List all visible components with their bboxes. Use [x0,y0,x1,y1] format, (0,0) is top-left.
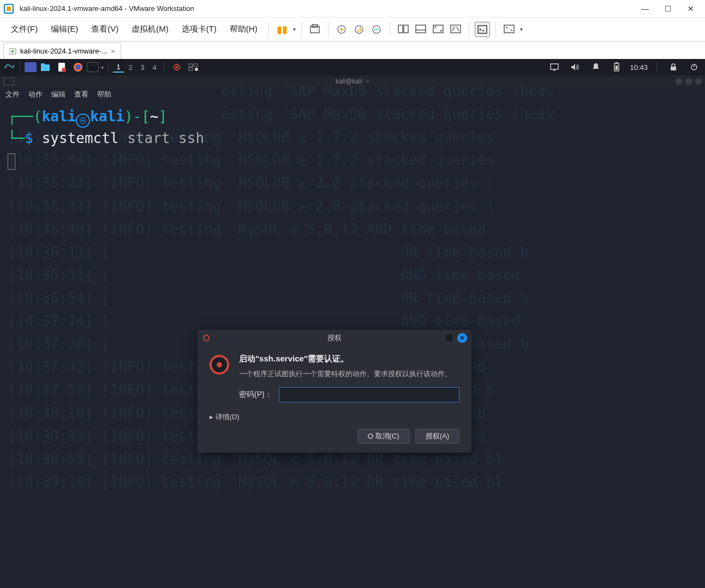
vmware-titlebar: kali-linux-2024.1-vmware-amd64 - VMware … [0,0,705,17]
vm-tab-close-button[interactable]: × [111,47,115,56]
svg-marker-31 [571,64,575,70]
record-icon[interactable] [169,61,184,74]
authorize-button[interactable]: 授权(A) [415,429,459,444]
svg-point-28 [195,68,198,71]
activities-icon[interactable] [25,62,37,72]
view-single-button[interactable] [396,22,411,37]
window-title: kali-linux-2024.1-vmware-amd64 - VMware … [20,4,634,13]
cancel-icon [368,433,373,439]
dialog-heading: 启动"ssh.service"需要认证。 [239,354,452,364]
power-dropdown-icon[interactable]: ▾ [293,26,296,32]
svg-point-20 [62,68,66,72]
svg-rect-11 [433,25,443,33]
toolbar-separator [495,22,496,37]
volume-icon[interactable] [567,61,583,74]
view-dropdown-icon[interactable]: ▾ [520,26,523,32]
tab-running-icon [9,47,17,55]
display-icon[interactable] [547,61,562,74]
cancel-button[interactable]: 取消(C) [357,429,410,444]
pause-vm-button[interactable]: ▮▮ [274,22,290,37]
auth-dialog: 授权 ✕ 启动"ssh.service"需要认证。 一个程序正试图执行一个需要特… [198,330,471,453]
svg-rect-33 [616,62,618,63]
workspace-1[interactable]: 1 [113,62,124,73]
vm-tab[interactable]: kali-linux-2024.1-vmware-... × [3,43,121,59]
svg-rect-27 [189,68,193,70]
toolbar-separator [469,22,469,37]
battery-icon[interactable] [609,61,624,74]
snapshot-take-button[interactable] [334,22,349,37]
view-stretch-button[interactable] [501,22,517,37]
terminal-launcher-icon[interactable]: >_ [87,62,99,72]
dialog-title: 授权 [327,333,342,343]
toolbar-separator [268,22,269,37]
snapshot-button[interactable] [307,22,322,37]
dialog-app-icon [203,335,210,341]
kali-top-panel: >_ ▾ 1 2 3 4 10:43 [0,59,705,75]
notifications-icon[interactable] [588,61,604,74]
kali-desktop: >_ ▾ 1 2 3 4 10:43 >_ kali@kali: ~ [0,59,705,588]
password-label: 密码(P)： [239,390,272,400]
prompt-user: kali [42,108,76,124]
terminal-cursor [8,153,15,170]
snapshot-revert-button[interactable] [351,22,367,37]
firefox-icon[interactable] [70,61,86,74]
window-close-button[interactable]: ✕ [680,1,702,16]
svg-point-5 [355,26,363,33]
menu-tabs[interactable]: 选项卡(T) [176,21,222,38]
toolbar-separator [301,22,302,37]
workspace-3[interactable]: 3 [137,62,148,73]
svg-rect-29 [551,64,558,69]
vm-tab-label: kali-linux-2024.1-vmware-... [20,47,107,55]
snapshot-manager-button[interactable] [369,22,384,37]
svg-rect-13 [478,26,487,33]
editor-icon[interactable] [54,61,69,74]
dialog-close-button[interactable]: ✕ [457,333,467,343]
menu-help[interactable]: 帮助(H) [224,21,263,38]
lock-icon[interactable] [666,61,681,74]
toolbar-separator [328,22,328,37]
svg-rect-25 [189,64,193,67]
files-icon[interactable] [38,61,53,74]
svg-rect-26 [194,64,198,67]
svg-rect-18 [41,63,45,66]
dialog-description: 一个程序正试图执行一个需要特权的动作。要求授权以执行该动作。 [239,369,452,379]
view-console-button[interactable] [413,22,428,37]
dialog-titlebar[interactable]: 授权 ✕ [198,330,471,346]
view-terminal-button[interactable] [475,22,490,37]
dialog-maximize-button[interactable] [444,333,454,343]
menu-view[interactable]: 查看(V) [86,21,124,38]
svg-marker-16 [11,50,15,53]
prompt-cwd: ~ [150,108,159,124]
power-icon[interactable] [686,61,702,74]
panel-separator [164,62,165,72]
panel-separator [656,62,657,72]
kali-logo-icon[interactable] [3,61,15,73]
password-input[interactable] [279,387,459,402]
window-minimize-button[interactable]: — [634,1,656,16]
details-toggle[interactable]: 详情(D) [210,412,459,422]
view-unity-button[interactable] [448,22,463,37]
window-maximize-button[interactable]: ☐ [657,1,679,16]
menu-file[interactable]: 文件(F) [5,21,43,38]
prompt-host: kali [90,108,124,124]
svg-rect-8 [404,25,408,33]
vmware-menubar: 文件(F) 编辑(E) 查看(V) 虚拟机(M) 选项卡(T) 帮助(H) ▮▮… [0,17,705,41]
svg-rect-34 [616,66,618,70]
kali-skull-icon: ㉿ [76,114,90,128]
command-name: systemctl [42,130,119,146]
workspace-4[interactable]: 4 [149,62,160,73]
workspace-2[interactable]: 2 [125,62,136,73]
auth-warning-icon [210,355,229,375]
svg-rect-1 [7,7,11,11]
vmware-tab-bar: kali-linux-2024.1-vmware-... × [0,41,705,59]
menu-vm[interactable]: 虚拟机(M) [126,21,174,38]
panel-clock[interactable]: 10:43 [630,63,648,72]
menu-edit[interactable]: 编辑(E) [45,21,83,38]
command-args: start ssh [127,130,204,146]
view-fullscreen-button[interactable] [431,22,446,37]
windows-overview-icon[interactable] [186,61,201,74]
svg-rect-14 [504,25,514,33]
panel-separator [20,62,20,72]
toolbar-separator [390,22,390,37]
terminal-dropdown-icon[interactable]: ▾ [101,64,104,70]
